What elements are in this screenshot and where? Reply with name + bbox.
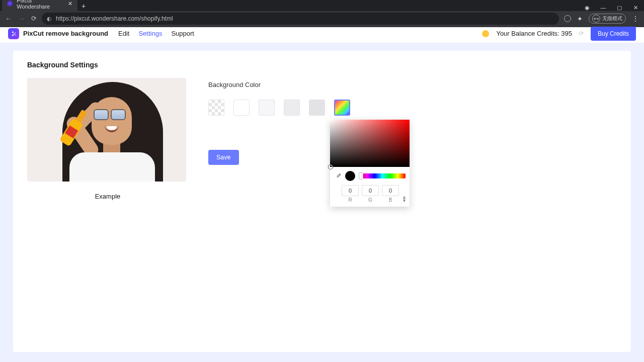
window-minimize-icon[interactable]: —	[600, 5, 607, 11]
example-image	[27, 78, 186, 182]
url-text: https://pixcut.wondershare.com/shopify.h…	[56, 15, 173, 22]
rgb-g-input[interactable]	[362, 185, 379, 196]
nav-support[interactable]: Support	[171, 30, 194, 37]
background-color-label: Background Color	[208, 81, 350, 88]
swatch-transparent[interactable]	[208, 100, 224, 116]
rgb-g-label: G	[362, 197, 379, 203]
swatch-row: ✎ R G	[208, 100, 350, 116]
rgb-b-input[interactable]	[382, 185, 399, 196]
reload-button[interactable]: ⟳	[31, 15, 37, 23]
nav-settings[interactable]: Settings	[138, 30, 162, 37]
close-tab-icon[interactable]: ✕	[68, 1, 72, 7]
swatch-grey[interactable]	[309, 100, 325, 116]
address-bar[interactable]: ◐ https://pixcut.wondershare.com/shopify…	[42, 13, 559, 25]
translate-icon[interactable]	[564, 15, 571, 22]
rgb-r-input[interactable]	[342, 185, 359, 196]
new-tab-button[interactable]: +	[77, 2, 90, 10]
incognito-badge[interactable]: 👓 无痕模式	[589, 14, 626, 24]
forward-button: →	[18, 15, 25, 23]
eyedropper-icon[interactable]: ✎	[334, 172, 341, 179]
scissors-icon	[11, 31, 17, 37]
rgb-r-label: R	[342, 197, 359, 203]
swatch-light-grey[interactable]	[259, 100, 275, 116]
hue-thumb[interactable]	[359, 172, 363, 179]
app-name: PixCut remove background	[23, 30, 108, 37]
sv-cursor[interactable]	[329, 165, 333, 169]
nav-edit[interactable]: Edit	[118, 30, 129, 37]
browser-chrome: Pixcut Wondershare ✕ + ◉ — ▢ ✕ ← → ⟳ ◐ h…	[0, 0, 644, 24]
app-logo	[8, 28, 19, 39]
swatch-medium-grey[interactable]	[284, 100, 300, 116]
window-maximize-icon[interactable]: ▢	[616, 5, 623, 11]
credits-coin-icon	[482, 30, 489, 37]
site-info-icon[interactable]: ◐	[47, 16, 52, 22]
balance-text: Your Balance Credits: 395	[496, 30, 572, 37]
extensions-icon[interactable]: ✦	[577, 15, 583, 23]
browser-tab[interactable]: Pixcut Wondershare ✕	[2, 0, 77, 11]
back-button[interactable]: ←	[5, 15, 12, 23]
save-button[interactable]: Save	[208, 150, 239, 165]
tab-favicon	[7, 1, 13, 7]
buy-credits-button[interactable]: Buy Credits	[591, 27, 636, 41]
tab-title: Pixcut Wondershare	[17, 0, 64, 10]
color-picker: ✎ R G	[330, 120, 410, 207]
current-color-preview	[345, 171, 355, 181]
swatch-white[interactable]	[233, 100, 250, 116]
saturation-value-area[interactable]	[330, 120, 410, 167]
profile-dot-icon[interactable]: ◉	[584, 5, 591, 11]
page-body: Background Settings Example Background C	[0, 43, 644, 362]
example-label: Example	[27, 193, 188, 200]
hue-slider[interactable]	[359, 173, 406, 178]
swatch-custom-color[interactable]	[334, 100, 350, 116]
settings-card: Background Settings Example Background C	[13, 51, 631, 352]
color-mode-toggle[interactable]: ▲▼	[402, 196, 407, 203]
incognito-icon: 👓	[592, 15, 600, 23]
window-close-icon[interactable]: ✕	[632, 5, 639, 11]
refresh-balance-icon[interactable]: ⟳	[579, 30, 584, 37]
browser-menu-icon[interactable]: ⋮	[632, 15, 639, 23]
rgb-b-label: B	[382, 197, 399, 203]
section-title: Background Settings	[27, 61, 617, 69]
